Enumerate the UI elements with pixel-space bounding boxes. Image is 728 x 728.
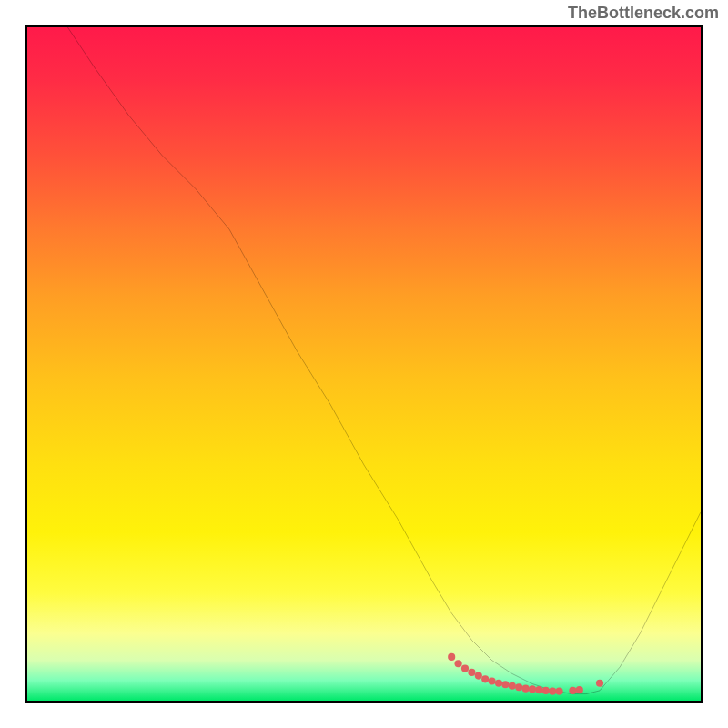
marker-dot [542,687,550,694]
marker-dot [495,680,502,687]
marker-dot [529,685,536,693]
marker-dot [596,680,603,687]
marker-dot [481,675,489,682]
marker-dot [489,677,496,684]
marker-dot [522,685,530,693]
marker-dot [556,688,563,695]
marker-dot [501,681,509,688]
plot-area [25,25,703,703]
marker-dot [475,672,482,680]
marker-dot [549,688,556,695]
marker-dot [455,660,462,667]
marker-group [448,653,603,695]
marker-dot [468,669,475,676]
marker-dot [461,664,469,672]
attribution-text: TheBottleneck.com [568,4,719,23]
marker-dot [509,682,516,690]
marker-dot [576,686,583,693]
marker-dot [569,687,576,694]
marker-dot [448,653,455,661]
marker-dot [535,686,542,693]
marker-dot [515,683,522,691]
chart-svg [27,27,701,701]
curve-line [67,27,701,694]
